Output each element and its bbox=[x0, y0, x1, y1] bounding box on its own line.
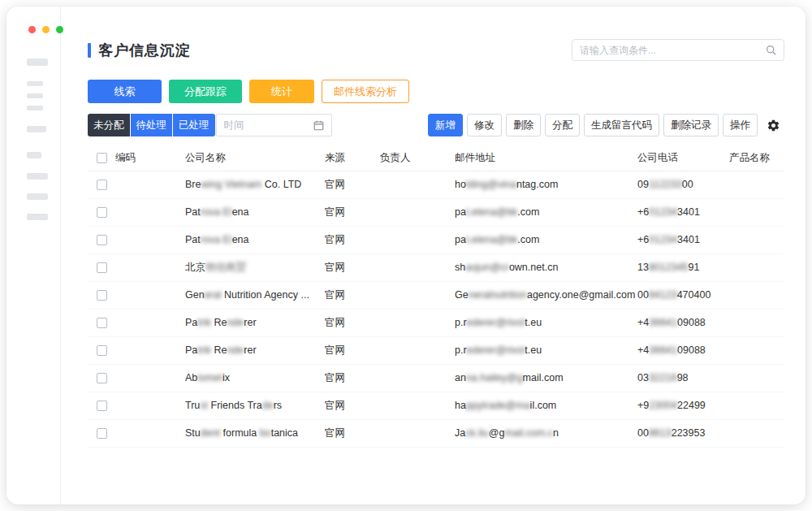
company-cell: Brewing Vietnam Co. LTD bbox=[185, 171, 325, 198]
search-input[interactable] bbox=[580, 45, 761, 56]
close-window-button[interactable] bbox=[28, 26, 36, 33]
source-cell: 官网 bbox=[325, 198, 380, 226]
generate-message-code-button[interactable]: 生成留言代码 bbox=[584, 114, 659, 136]
owner-cell bbox=[380, 392, 455, 419]
column-header-source: 来源 bbox=[325, 145, 380, 171]
assign-button[interactable]: 分配 bbox=[545, 114, 580, 136]
row-checkbox[interactable] bbox=[97, 207, 107, 218]
table-row: General Nutrition Agency ...官网Generalnut… bbox=[88, 281, 784, 309]
source-cell: 官网 bbox=[325, 419, 380, 447]
edit-button[interactable]: 修改 bbox=[467, 114, 502, 136]
search-icon[interactable] bbox=[766, 45, 776, 55]
code-cell bbox=[115, 171, 185, 198]
sidebar-menu-placeholder[interactable] bbox=[27, 193, 48, 200]
app-window: 客户信息沉淀 线索 分配跟踪 统计 邮件线索分析 未分配 待处理 bbox=[6, 6, 806, 505]
row-select-cell bbox=[88, 364, 115, 392]
nav-button-row: 线索 分配跟踪 统计 邮件线索分析 bbox=[88, 80, 784, 103]
sidebar-menu-placeholder[interactable] bbox=[27, 214, 48, 220]
select-all-checkbox[interactable] bbox=[97, 153, 107, 163]
row-checkbox[interactable] bbox=[97, 290, 107, 301]
phone-cell: +92300422499 bbox=[637, 392, 729, 419]
source-cell: 官网 bbox=[325, 253, 380, 281]
sidebar-menu-placeholder[interactable] bbox=[27, 81, 43, 86]
company-cell: Patrik Renderer bbox=[185, 336, 325, 364]
phone-cell: +43664109088 bbox=[637, 309, 729, 336]
email-cell: p.rederer@rivolt.eu bbox=[455, 309, 637, 336]
sidebar-menu-placeholder[interactable] bbox=[27, 152, 41, 158]
nav-button-email-lead-analysis[interactable]: 邮件线索分析 bbox=[322, 80, 409, 103]
action-button-group: 新增 修改 删除 分配 生成留言代码 删除记录 操作 bbox=[428, 114, 784, 136]
product-cell bbox=[729, 392, 784, 419]
owner-cell bbox=[380, 364, 455, 392]
table-row: Trust Friends Traders官网happytrade@mail.c… bbox=[88, 392, 784, 419]
sidebar-menu-placeholder[interactable] bbox=[27, 173, 48, 180]
phone-cell: 0084123470400 bbox=[637, 281, 729, 309]
search-box bbox=[572, 39, 784, 61]
phone-cell: 0911223300 bbox=[637, 171, 729, 198]
email-cell: p.rederer@rivolt.eu bbox=[455, 336, 637, 364]
date-filter-input[interactable]: 时间 bbox=[216, 114, 332, 136]
code-cell bbox=[115, 336, 185, 364]
product-cell bbox=[729, 336, 784, 364]
product-cell bbox=[729, 226, 784, 253]
column-header-company: 公司名称 bbox=[185, 145, 325, 171]
column-header-product: 产品名称 bbox=[729, 145, 784, 171]
row-select-cell bbox=[88, 336, 115, 364]
row-checkbox[interactable] bbox=[97, 428, 107, 439]
nav-button-statistics[interactable]: 统计 bbox=[249, 80, 314, 103]
row-select-cell bbox=[88, 281, 115, 309]
sidebar bbox=[6, 6, 61, 505]
delete-button[interactable]: 删除 bbox=[506, 114, 541, 136]
minimize-window-button[interactable] bbox=[42, 26, 50, 33]
code-cell bbox=[115, 364, 185, 392]
filter-unassigned-tab[interactable]: 未分配 bbox=[88, 114, 130, 136]
row-checkbox[interactable] bbox=[97, 401, 107, 411]
toolbar: 未分配 待处理 已处理 时间 新增 修改 删除 bbox=[88, 114, 784, 136]
email-cell: pat.elena@bk.com bbox=[455, 198, 637, 226]
company-cell: Trust Friends Traders bbox=[185, 392, 325, 419]
company-cell: Student formula botanica bbox=[185, 419, 325, 447]
main-content: 客户信息沉淀 线索 分配跟踪 统计 邮件线索分析 未分配 待处理 bbox=[61, 6, 806, 505]
maximize-window-button[interactable] bbox=[56, 26, 63, 33]
row-checkbox[interactable] bbox=[97, 180, 107, 190]
code-cell bbox=[115, 281, 185, 309]
operate-button[interactable]: 操作 bbox=[723, 114, 758, 136]
row-checkbox[interactable] bbox=[97, 262, 107, 273]
settings-gear-button[interactable] bbox=[762, 114, 784, 136]
row-checkbox[interactable] bbox=[97, 235, 107, 245]
row-checkbox[interactable] bbox=[97, 318, 107, 328]
sidebar-menu-placeholder[interactable] bbox=[27, 126, 46, 132]
sidebar-menu-placeholder[interactable] bbox=[27, 106, 43, 110]
source-cell: 官网 bbox=[325, 309, 380, 336]
row-checkbox[interactable] bbox=[97, 345, 107, 356]
nav-button-assign-track[interactable]: 分配跟踪 bbox=[169, 80, 242, 103]
column-header-email: 邮件地址 bbox=[455, 145, 637, 171]
add-button[interactable]: 新增 bbox=[428, 114, 463, 136]
table-row: Patrik Renderer官网p.rederer@rivolt.eu+436… bbox=[88, 336, 784, 364]
company-cell: Patrova Elena bbox=[185, 226, 325, 253]
column-header-phone: 公司电话 bbox=[637, 145, 729, 171]
row-select-cell bbox=[88, 198, 115, 226]
row-select-cell bbox=[88, 419, 115, 447]
table-row: 北京恒信商贸官网shaojun@crown.net.cn13801234591 bbox=[88, 253, 784, 281]
source-cell: 官网 bbox=[325, 336, 380, 364]
table-row: Patrova Elena官网pat.elena@bk.com+60123434… bbox=[88, 198, 784, 226]
phone-cell: 033221698 bbox=[637, 364, 729, 392]
product-cell bbox=[729, 253, 784, 281]
page-title: 客户信息沉淀 bbox=[98, 41, 191, 60]
company-cell: Abiometix bbox=[185, 364, 325, 392]
nav-button-leads[interactable]: 线索 bbox=[88, 80, 162, 103]
phone-cell: 008613223953 bbox=[637, 419, 729, 447]
row-select-cell bbox=[88, 226, 115, 253]
code-cell bbox=[115, 419, 185, 447]
filter-pending-tab[interactable]: 待处理 bbox=[131, 114, 173, 136]
filter-processed-tab[interactable]: 已处理 bbox=[173, 114, 215, 136]
sidebar-menu-placeholder[interactable] bbox=[27, 93, 43, 98]
column-header-code: 编码 bbox=[115, 145, 185, 171]
product-cell bbox=[729, 281, 784, 309]
company-cell: Patrova Elena bbox=[185, 198, 325, 226]
table-row: Abiometix官网anna.hailey@gmail.com03322169… bbox=[88, 364, 784, 392]
row-checkbox[interactable] bbox=[97, 373, 107, 383]
column-header-owner: 负责人 bbox=[380, 145, 455, 171]
delete-record-button[interactable]: 删除记录 bbox=[663, 114, 719, 136]
